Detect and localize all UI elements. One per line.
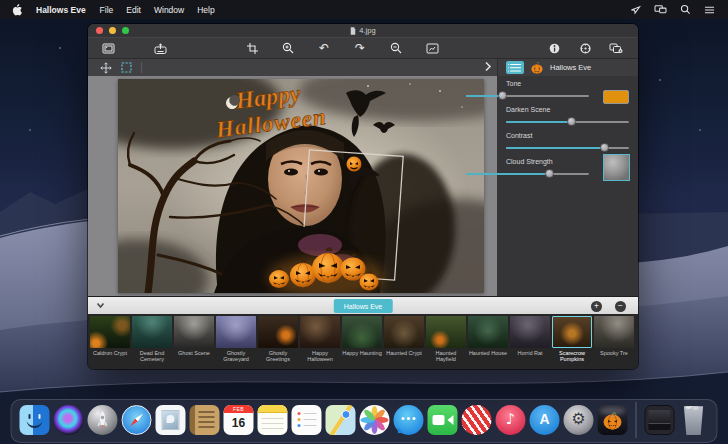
toolrow-divider: [141, 62, 142, 73]
filter-thumbnail-selected[interactable]: Scarecrow Pumpkins: [552, 316, 592, 369]
finder-dock-icon[interactable]: [20, 405, 50, 435]
cloud-texture-swatch[interactable]: [603, 154, 630, 181]
filter-thumbnail[interactable]: Ghostly Graveyard: [216, 316, 256, 369]
thumbnail-image[interactable]: [384, 316, 424, 348]
photos-dock-icon[interactable]: [360, 405, 390, 435]
dock-divider: [636, 402, 637, 438]
thumbnail-image[interactable]: [552, 316, 592, 348]
filter-thumbnail[interactable]: Haunted Crypt: [384, 316, 424, 369]
messages-dock-icon[interactable]: [394, 405, 424, 435]
move-tool-button[interactable]: [100, 62, 112, 74]
hallows-eve-dock-icon[interactable]: [598, 405, 628, 435]
filter-thumbnail[interactable]: Haunted Hayfield: [426, 316, 466, 369]
thumbnail-image[interactable]: [510, 316, 550, 348]
thumbnail-image[interactable]: [300, 316, 340, 348]
tool-options-row: Hallows Eve: [88, 59, 638, 76]
trash-dock-icon[interactable]: [682, 405, 706, 435]
app-window: 4.jpg: [88, 24, 638, 369]
downloads-stack-dock-icon[interactable]: [645, 405, 675, 435]
save-export-button[interactable]: [148, 39, 172, 57]
tone-color-swatch[interactable]: [603, 90, 629, 104]
contrast-slider[interactable]: [506, 143, 629, 152]
filmstrip-header: Hallows Eve + −: [88, 296, 638, 314]
filter-thumbnail[interactable]: Spooky Tre: [594, 316, 634, 369]
darken-scene-slider[interactable]: [506, 117, 629, 126]
menu-edit[interactable]: Edit: [126, 5, 141, 15]
pumpkin-app-icon: [598, 405, 628, 435]
thumbnail-image[interactable]: [174, 316, 214, 348]
pumpkin-icon: [530, 62, 544, 74]
cloud-strength-slider[interactable]: [466, 169, 589, 178]
notification-center-icon[interactable]: [704, 5, 715, 15]
filter-thumbnail[interactable]: Ghostly Greetings: [258, 316, 298, 369]
marquee-select-tool-button[interactable]: [121, 62, 132, 73]
collapse-filmstrip-button[interactable]: [96, 302, 105, 309]
canvas-image[interactable]: Happy Halloween: [118, 79, 484, 293]
cloud-strength-slider-thumb[interactable]: [545, 169, 554, 178]
zoom-out-button[interactable]: [384, 39, 408, 57]
maps-dock-icon[interactable]: [326, 405, 356, 435]
menu-help[interactable]: Help: [197, 5, 214, 15]
mail-dock-icon[interactable]: [156, 405, 186, 435]
collection-button[interactable]: Hallows Eve: [334, 299, 393, 313]
add-collection-button[interactable]: +: [591, 301, 602, 312]
thumbnail-image[interactable]: [594, 316, 634, 348]
filter-thumbnail[interactable]: Happy Haunting: [342, 316, 382, 369]
apple-menu[interactable]: [12, 4, 22, 16]
open-image-button[interactable]: [96, 39, 120, 57]
undo-button[interactable]: ↶: [312, 39, 336, 57]
filter-pack-title: Hallows Eve: [550, 63, 591, 72]
contrast-slider-thumb[interactable]: [600, 143, 609, 152]
crop-button[interactable]: [240, 39, 264, 57]
collapse-panel-button[interactable]: [484, 60, 492, 73]
menu-app-name[interactable]: Hallows Eve: [36, 5, 86, 15]
displays-icon[interactable]: [654, 4, 667, 15]
reminders-dock-icon[interactable]: [292, 405, 322, 435]
redo-button[interactable]: ↷: [348, 39, 372, 57]
filter-thumbnail[interactable]: Caldron Crypt: [90, 316, 130, 369]
music-dock-icon[interactable]: ♪: [496, 405, 526, 435]
filter-thumbnail[interactable]: Haunted House: [468, 316, 508, 369]
calendar-dock-icon[interactable]: FEB 16: [224, 405, 254, 435]
thumbnail-image[interactable]: [258, 316, 298, 348]
launchpad-dock-icon[interactable]: [88, 405, 118, 435]
remove-collection-button[interactable]: −: [615, 301, 626, 312]
zoom-in-button[interactable]: [276, 39, 300, 57]
safari-dock-icon[interactable]: [122, 405, 152, 435]
darken-scene-slider-thumb[interactable]: [567, 117, 576, 126]
siri-dock-icon[interactable]: [54, 405, 84, 435]
notes-dock-icon[interactable]: [258, 405, 288, 435]
fit-image-button[interactable]: [420, 39, 444, 57]
filter-thumbnail[interactable]: Dead End Cemetery: [132, 316, 172, 369]
news-dock-icon[interactable]: [462, 405, 492, 435]
thumbnail-image[interactable]: [426, 316, 466, 348]
filter-thumbnail[interactable]: Horrid Rat: [510, 316, 550, 369]
canvas-area: Happy Halloween: [88, 76, 497, 296]
system-preferences-dock-icon[interactable]: ⚙: [564, 405, 594, 435]
app-store-dock-icon[interactable]: A: [530, 405, 560, 435]
thumbnail-image[interactable]: [342, 316, 382, 348]
contacts-dock-icon[interactable]: [190, 405, 220, 435]
thumbnail-image[interactable]: [90, 316, 130, 348]
apple-icon: [12, 4, 22, 16]
facetime-dock-icon[interactable]: [428, 405, 458, 435]
cursor-arrow-icon[interactable]: [630, 4, 641, 15]
menu-file[interactable]: File: [100, 5, 114, 15]
spotlight-icon[interactable]: [680, 4, 691, 15]
filter-thumbnail[interactable]: Happy Halloween: [300, 316, 340, 369]
adjustments-panel: Tone Darken Scene Contrast: [497, 76, 638, 296]
menu-window[interactable]: Window: [154, 5, 184, 15]
thumbnail-image[interactable]: [216, 316, 256, 348]
filter-thumbnail[interactable]: Ghost Scene: [174, 316, 214, 369]
title-bar[interactable]: 4.jpg: [88, 24, 638, 37]
tone-slider-thumb[interactable]: [498, 91, 507, 100]
thumbnail-image[interactable]: [468, 316, 508, 348]
tone-slider[interactable]: [466, 91, 589, 100]
rocket-icon: [88, 405, 118, 435]
list-view-button[interactable]: [506, 61, 524, 74]
effects-button[interactable]: [604, 39, 628, 57]
thumbnail-image[interactable]: [132, 316, 172, 348]
info-button[interactable]: [542, 39, 566, 57]
window-title: 4.jpg: [359, 26, 375, 35]
settings-button[interactable]: [573, 39, 597, 57]
